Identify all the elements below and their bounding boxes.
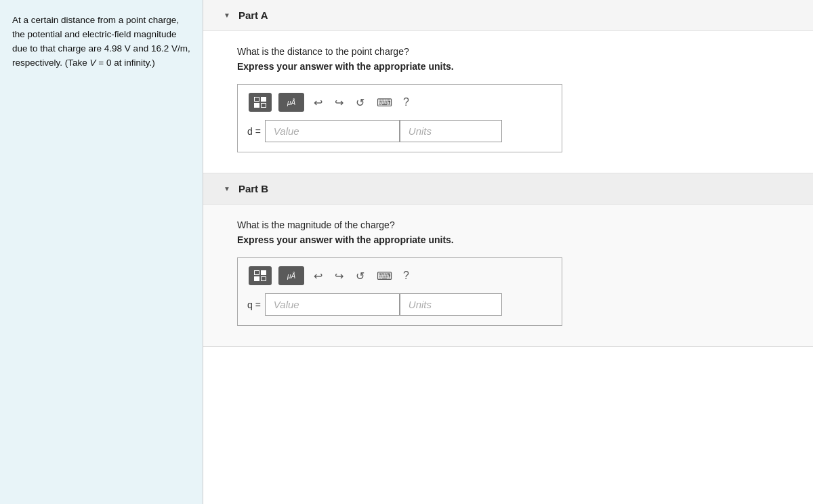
part-a-header[interactable]: ▼ Part A [203, 0, 813, 31]
part-a-instruction: Express your answer with the appropriate… [237, 61, 779, 72]
unit-symbol-label: μÅ [287, 99, 295, 106]
part-a-units-input[interactable] [400, 120, 502, 142]
part-b-answer-box: μÅ ↩ ↪ ↺ ⌨ ? [237, 257, 562, 326]
part-b-units-input[interactable] [400, 293, 502, 316]
part-a-label: Part A [238, 9, 268, 21]
refresh-icon-b: ↺ [356, 270, 364, 282]
part-b-input-label: q = [247, 299, 261, 310]
unit-symbol-label-b: μÅ [287, 272, 295, 280]
part-b-question: What is the magnitude of the charge? [237, 219, 779, 230]
keyboard-icon-b: ⌨ [377, 270, 392, 282]
part-b-header[interactable]: ▼ Part B [203, 173, 813, 205]
redo-button[interactable]: ↪ [332, 95, 346, 110]
matrix-button-b[interactable] [249, 266, 272, 285]
redo-icon-b: ↪ [335, 270, 343, 282]
part-b-value-input[interactable] [265, 293, 400, 316]
help-label-b[interactable]: ? [403, 270, 409, 282]
undo-button-b[interactable]: ↩ [311, 268, 325, 284]
part-a-value-input[interactable] [265, 120, 400, 142]
keyboard-button[interactable]: ⌨ [374, 95, 395, 110]
part-a-input-row: d = [247, 120, 552, 142]
part-a-answer-box: μÅ ↩ ↪ ↺ ⌨ [237, 84, 562, 152]
part-a-toolbar: μÅ ↩ ↪ ↺ ⌨ [247, 93, 552, 112]
part-b-body: What is the magnitude of the charge? Exp… [203, 205, 813, 346]
reset-button[interactable]: ↺ [353, 95, 367, 110]
part-b-section: ▼ Part B What is the magnitude of the ch… [203, 173, 813, 347]
keyboard-icon: ⌨ [377, 97, 392, 108]
part-a-input-label: d = [247, 126, 261, 137]
part-b-toolbar: μÅ ↩ ↪ ↺ ⌨ ? [247, 266, 552, 285]
part-b-label: Part B [238, 183, 268, 194]
chevron-down-icon: ▼ [224, 185, 230, 192]
undo-button[interactable]: ↩ [311, 95, 325, 110]
matrix-button[interactable] [249, 93, 272, 112]
redo-button-b[interactable]: ↪ [332, 268, 346, 284]
part-b-instruction: Express your answer with the appropriate… [237, 234, 779, 245]
refresh-icon: ↺ [356, 97, 364, 108]
redo-icon: ↪ [335, 97, 343, 108]
unit-symbol-button-b[interactable]: μÅ [278, 266, 304, 285]
part-a-section: ▼ Part A What is the distance to the poi… [203, 0, 813, 173]
part-a-body: What is the distance to the point charge… [203, 31, 813, 173]
help-label[interactable]: ? [403, 96, 409, 108]
undo-icon-b: ↩ [314, 270, 322, 282]
reset-button-b[interactable]: ↺ [353, 268, 367, 284]
keyboard-button-b[interactable]: ⌨ [374, 268, 395, 284]
right-panel: ▼ Part A What is the distance to the poi… [203, 0, 813, 504]
problem-text: At a certain distance from a point charg… [12, 14, 190, 70]
chevron-down-icon: ▼ [224, 12, 230, 19]
part-a-question: What is the distance to the point charge… [237, 46, 779, 57]
left-panel: At a certain distance from a point charg… [0, 0, 203, 504]
part-b-input-row: q = [247, 293, 552, 316]
undo-icon: ↩ [314, 97, 322, 108]
unit-symbol-button[interactable]: μÅ [278, 93, 304, 112]
